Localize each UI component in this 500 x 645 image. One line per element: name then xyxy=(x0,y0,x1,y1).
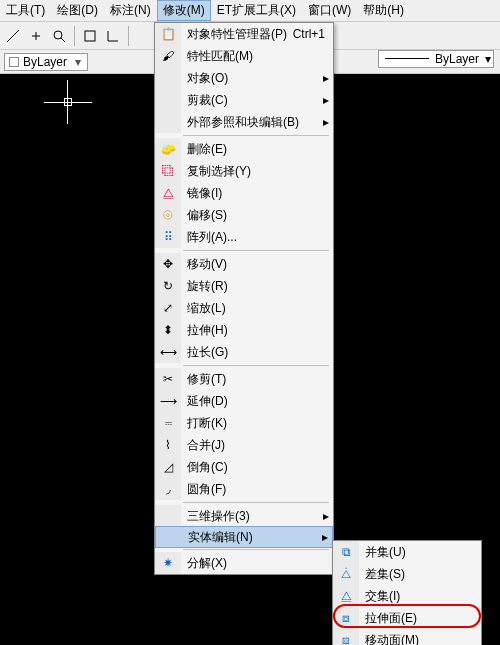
menu-dimension[interactable]: 标注(N) xyxy=(104,0,157,21)
offset-icon: ⦾ xyxy=(163,208,173,222)
submenu-arrow-icon: ▸ xyxy=(323,115,333,129)
menu-item-erase[interactable]: 🧽 删除(E) xyxy=(155,138,333,160)
menu-separator xyxy=(183,250,329,251)
svg-line-2 xyxy=(61,38,65,42)
menu-item-stretch[interactable]: ⬍ 拉伸(H) xyxy=(155,319,333,341)
properties-icon: 📋 xyxy=(161,27,176,41)
menu-separator xyxy=(183,135,329,136)
menu-item-fillet[interactable]: ◞ 圆角(F) xyxy=(155,478,333,500)
menu-item-solidedit[interactable]: 实体编辑(N) ▸ xyxy=(155,526,333,548)
array-icon: ⠿ xyxy=(164,230,173,244)
submenu-intersect[interactable]: ⧋ 交集(I) xyxy=(333,585,481,607)
menu-window[interactable]: 窗口(W) xyxy=(302,0,357,21)
submenu-arrow-icon: ▸ xyxy=(323,71,333,85)
svg-line-0 xyxy=(7,30,19,42)
menu-item-array[interactable]: ⠿ 阵列(A)... xyxy=(155,226,333,248)
union-icon: ⧉ xyxy=(342,545,351,559)
submenu-arrow-icon: ▸ xyxy=(322,530,332,544)
mirror-icon: ⧋ xyxy=(163,186,174,200)
menu-item-lengthen[interactable]: ⟷ 拉长(G) xyxy=(155,341,333,363)
chevron-down-icon: ▾ xyxy=(71,55,85,69)
menu-modify[interactable]: 修改(M) xyxy=(157,0,211,21)
submenu-union[interactable]: ⧉ 并集(U) xyxy=(333,541,481,563)
menu-item-explode[interactable]: ✷ 分解(X) xyxy=(155,552,333,574)
menu-item-extend[interactable]: ⟶ 延伸(D) xyxy=(155,390,333,412)
submenu-extrude-face[interactable]: ⧈ 拉伸面(E) xyxy=(333,607,481,629)
stretch-icon: ⬍ xyxy=(163,323,173,337)
menu-item-chamfer[interactable]: ◿ 倒角(C) xyxy=(155,456,333,478)
menu-separator xyxy=(183,365,329,366)
extrude-face-icon: ⧈ xyxy=(342,611,350,625)
menu-item-object[interactable]: 对象(O) ▸ xyxy=(155,67,333,89)
tool-pan-icon[interactable] xyxy=(25,25,47,47)
menu-item-3dops[interactable]: 三维操作(3) ▸ xyxy=(155,505,333,527)
menubar: 工具(T) 绘图(D) 标注(N) 修改(M) ET扩展工具(X) 窗口(W) … xyxy=(0,0,500,22)
tool-line-icon[interactable] xyxy=(2,25,24,47)
move-icon: ✥ xyxy=(163,257,173,271)
menu-draw[interactable]: 绘图(D) xyxy=(51,0,104,21)
menu-item-offset[interactable]: ⦾ 偏移(S) xyxy=(155,204,333,226)
break-icon: ⎓ xyxy=(165,416,172,430)
bylayer-label: ByLayer xyxy=(23,55,67,69)
intersect-icon: ⧋ xyxy=(341,589,352,603)
move-face-icon: ⧇ xyxy=(342,633,350,645)
explode-icon: ✷ xyxy=(163,556,173,570)
menu-item-matchprop[interactable]: 🖌 特性匹配(M) xyxy=(155,45,333,67)
tool-ortho-icon[interactable] xyxy=(102,25,124,47)
layer-combo[interactable]: ByLayer ▾ xyxy=(4,53,88,71)
menu-tools[interactable]: 工具(T) xyxy=(0,0,51,21)
menu-separator xyxy=(183,502,329,503)
linetype-combo[interactable]: ByLayer ▾ xyxy=(378,50,494,68)
lengthen-icon: ⟷ xyxy=(160,345,177,359)
copy-icon: ⿻ xyxy=(162,164,174,178)
trim-icon: ✂ xyxy=(163,372,173,386)
modify-menu-dropdown: 📋 对象特性管理器(P) Ctrl+1 🖌 特性匹配(M) 对象(O) ▸ 剪裁… xyxy=(154,22,334,575)
menu-item-rotate[interactable]: ↻ 旋转(R) xyxy=(155,275,333,297)
svg-rect-3 xyxy=(85,31,95,41)
scale-icon: ⤢ xyxy=(163,301,173,315)
submenu-arrow-icon: ▸ xyxy=(323,93,333,107)
menu-item-move[interactable]: ✥ 移动(V) xyxy=(155,253,333,275)
rotate-icon: ↻ xyxy=(163,279,173,293)
erase-icon: 🧽 xyxy=(161,142,176,156)
menu-item-mirror[interactable]: ⧋ 镜像(I) xyxy=(155,182,333,204)
menu-item-xref-block[interactable]: 外部参照和块编辑(B) ▸ xyxy=(155,111,333,133)
submenu-arrow-icon: ▸ xyxy=(323,509,333,523)
solid-edit-submenu: ⧉ 并集(U) ⧊ 差集(S) ⧋ 交集(I) ⧈ 拉伸面(E) ⧇ 移动面(M… xyxy=(332,540,482,645)
fillet-icon: ◞ xyxy=(166,482,171,496)
chevron-down-icon: ▾ xyxy=(485,52,491,66)
chamfer-icon: ◿ xyxy=(164,460,173,474)
submenu-move-face[interactable]: ⧇ 移动面(M) xyxy=(333,629,481,645)
linetype-preview xyxy=(385,58,429,60)
pickbox xyxy=(64,98,72,106)
extend-icon: ⟶ xyxy=(160,394,177,408)
menu-item-copy[interactable]: ⿻ 复制选择(Y) xyxy=(155,160,333,182)
bylayer2-label: ByLayer xyxy=(435,52,479,66)
menu-item-properties[interactable]: 📋 对象特性管理器(P) Ctrl+1 xyxy=(155,23,333,45)
layer-color-swatch xyxy=(9,57,19,67)
menu-separator xyxy=(183,549,329,550)
menu-et-tools[interactable]: ET扩展工具(X) xyxy=(211,0,302,21)
separator xyxy=(128,26,129,46)
separator xyxy=(74,26,75,46)
tool-zoom-icon[interactable] xyxy=(48,25,70,47)
svg-point-1 xyxy=(54,31,62,39)
menu-item-join[interactable]: ⌇ 合并(J) xyxy=(155,434,333,456)
tool-select-icon[interactable] xyxy=(79,25,101,47)
menu-item-break[interactable]: ⎓ 打断(K) xyxy=(155,412,333,434)
menu-item-trim[interactable]: ✂ 修剪(T) xyxy=(155,368,333,390)
menu-item-scale[interactable]: ⤢ 缩放(L) xyxy=(155,297,333,319)
submenu-subtract[interactable]: ⧊ 差集(S) xyxy=(333,563,481,585)
match-icon: 🖌 xyxy=(162,49,174,63)
menu-help[interactable]: 帮助(H) xyxy=(357,0,410,21)
subtract-icon: ⧊ xyxy=(341,567,351,581)
join-icon: ⌇ xyxy=(165,438,171,452)
menu-item-clip[interactable]: 剪裁(C) ▸ xyxy=(155,89,333,111)
